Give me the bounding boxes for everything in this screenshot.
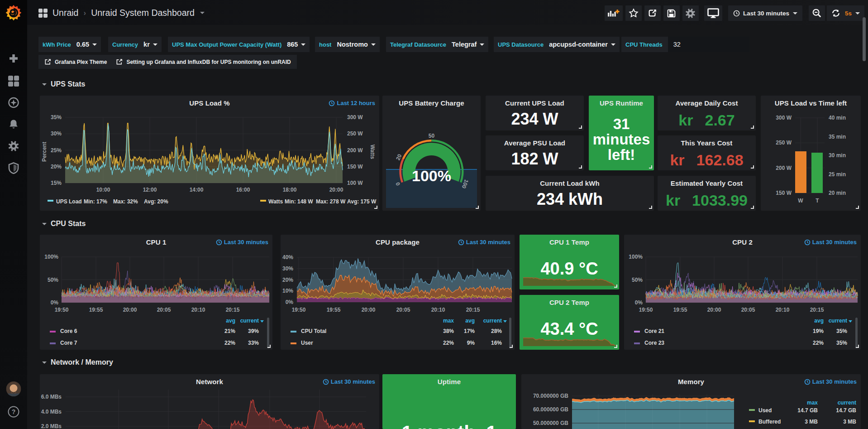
svg-text:150 W: 150 W (347, 164, 363, 170)
svg-text:max: max (807, 400, 818, 406)
svg-text:22%: 22% (443, 340, 454, 346)
svg-text:20:00: 20:00 (362, 307, 376, 313)
svg-text:W: W (798, 198, 803, 204)
svg-text:20 min: 20 min (829, 190, 846, 196)
svg-text:Min: 148 W: Min: 148 W (285, 198, 313, 205)
svg-text:18:00: 18:00 (283, 187, 297, 193)
svg-text:Max: 278 W: Max: 278 W (316, 198, 346, 205)
svg-text:35%: 35% (836, 340, 847, 346)
svg-text:avg: avg (814, 318, 824, 324)
svg-text:3 MB: 3 MB (805, 419, 818, 425)
svg-text:25%: 25% (51, 147, 62, 154)
svg-text:60.000000 GB: 60.000000 GB (533, 406, 568, 413)
svg-text:100 W: 100 W (347, 180, 363, 186)
svg-text:20%: 20% (51, 164, 62, 170)
svg-text:9%: 9% (467, 340, 475, 346)
svg-text:33%: 33% (248, 340, 259, 346)
svg-text:21%: 21% (224, 328, 235, 334)
svg-text:14.7 GB: 14.7 GB (797, 407, 818, 414)
svg-text:Min: 17%: Min: 17% (84, 198, 107, 205)
svg-text:10:00: 10:00 (96, 187, 110, 193)
svg-text:max: max (443, 318, 454, 324)
svg-text:38%: 38% (443, 328, 454, 334)
svg-text:current: current (240, 318, 259, 324)
svg-text:CPU Total: CPU Total (301, 328, 326, 334)
svg-text:50%: 50% (48, 277, 58, 283)
svg-text:current: current (829, 318, 847, 324)
svg-text:20:00: 20:00 (123, 307, 137, 313)
svg-text:Max: 32%: Max: 32% (113, 198, 138, 205)
svg-text:14.7 GB: 14.7 GB (836, 407, 856, 414)
svg-text:100%: 100% (44, 254, 58, 260)
svg-text:50: 50 (429, 133, 435, 139)
svg-text:16:00: 16:00 (236, 187, 250, 193)
svg-text:19:50: 19:50 (55, 307, 69, 313)
svg-text:22%: 22% (813, 340, 824, 346)
svg-text:avg: avg (226, 318, 235, 324)
svg-text:0%: 0% (635, 299, 643, 306)
svg-text:15%: 15% (51, 180, 62, 186)
svg-text:20:00: 20:00 (329, 187, 343, 193)
svg-text:avg: avg (465, 318, 475, 324)
svg-text:25 min: 25 min (829, 171, 846, 178)
svg-text:20:10: 20:10 (191, 307, 205, 313)
svg-text:19:55: 19:55 (89, 307, 103, 313)
svg-text:20:05: 20:05 (157, 307, 171, 313)
svg-text:35%: 35% (51, 114, 62, 121)
svg-text:2.0 MBs: 2.0 MBs (41, 423, 62, 429)
svg-text:20:10: 20:10 (431, 307, 445, 313)
svg-text:20:15: 20:15 (466, 307, 480, 313)
svg-text:20:15: 20:15 (810, 307, 824, 313)
svg-text:22%: 22% (224, 340, 235, 346)
svg-text:28%: 28% (491, 328, 502, 334)
svg-text:Watts: Watts (369, 145, 376, 159)
svg-text:19:50: 19:50 (639, 307, 653, 313)
svg-text:12:00: 12:00 (143, 187, 157, 193)
svg-text:14:00: 14:00 (190, 187, 204, 193)
svg-text:17%: 17% (464, 328, 475, 334)
svg-text:0%: 0% (51, 299, 59, 306)
svg-text:100%: 100% (629, 254, 643, 260)
svg-text:20:00: 20:00 (707, 307, 721, 313)
svg-text:10%: 10% (282, 288, 293, 294)
svg-text:Avg: 175 W: Avg: 175 W (347, 198, 377, 205)
svg-text:35 min: 35 min (829, 134, 846, 140)
svg-text:50%: 50% (632, 277, 643, 283)
svg-text:19:50: 19:50 (292, 307, 306, 313)
svg-text:current: current (838, 400, 856, 406)
svg-text:20:10: 20:10 (776, 307, 790, 313)
svg-text:Buffered: Buffered (758, 419, 781, 425)
svg-text:40%: 40% (282, 254, 293, 260)
svg-text:Core 21: Core 21 (644, 328, 664, 334)
svg-text:20:05: 20:05 (741, 307, 755, 313)
svg-text:300 W: 300 W (776, 115, 792, 121)
svg-text:3 MB: 3 MB (843, 419, 856, 425)
svg-text:16%: 16% (491, 340, 502, 346)
svg-text:200 W: 200 W (347, 147, 363, 154)
svg-text:6.0 MBs: 6.0 MBs (41, 394, 62, 400)
svg-text:Used: Used (758, 407, 772, 414)
svg-text:4.0 MBs: 4.0 MBs (41, 409, 62, 415)
svg-text:39%: 39% (248, 328, 259, 334)
svg-text:19:55: 19:55 (673, 307, 687, 313)
svg-text:Core 23: Core 23 (644, 340, 664, 346)
svg-text:300 W: 300 W (347, 114, 363, 121)
svg-text:0%: 0% (286, 299, 294, 305)
svg-text:70.000000 GB: 70.000000 GB (533, 393, 568, 399)
svg-text:Percent: Percent (41, 142, 48, 162)
svg-text:UPS Load: UPS Load (56, 198, 82, 205)
svg-text:35%: 35% (836, 328, 847, 334)
svg-text:30 min: 30 min (829, 152, 846, 159)
svg-text:30%: 30% (282, 265, 293, 272)
svg-text:Avg: 20%: Avg: 20% (144, 198, 168, 205)
svg-text:User: User (301, 340, 313, 346)
svg-text:250 W: 250 W (347, 130, 363, 137)
svg-text:50.000000 GB: 50.000000 GB (533, 420, 568, 426)
svg-text:20:15: 20:15 (226, 307, 240, 313)
svg-text:Core 7: Core 7 (60, 340, 77, 346)
svg-text:T: T (816, 198, 819, 204)
svg-text:Core 6: Core 6 (60, 328, 77, 334)
svg-text:30%: 30% (51, 130, 62, 137)
svg-text:Watts: Watts (268, 198, 283, 205)
svg-text:100%: 100% (412, 167, 451, 184)
